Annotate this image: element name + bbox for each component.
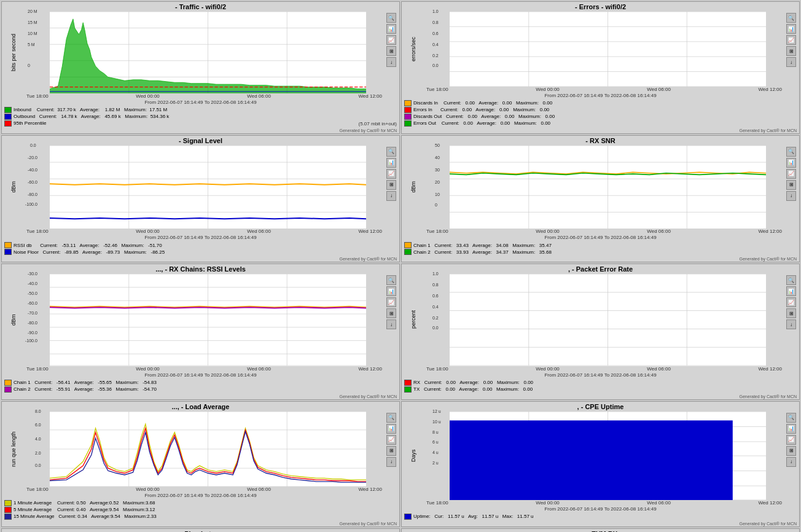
load-bar[interactable]: 📊 xyxy=(386,424,396,434)
errors-icons: 🔍 📊 📈 ⊞ ↓ xyxy=(783,12,799,87)
main-grid: - Traffic - wifi0/2 bits per second xyxy=(0,0,801,532)
tx-per-label: TX Current: 0.00 Average: 0.00 Maximum: … xyxy=(413,386,533,392)
errors-table[interactable]: ⊞ xyxy=(786,46,796,56)
per-zoom[interactable]: 🔍 xyxy=(786,275,796,285)
rxsnr-zoom[interactable]: 🔍 xyxy=(786,147,796,157)
ping-latency-title: ., - Ping Latency xyxy=(2,529,399,532)
bar-icon[interactable]: 📊 xyxy=(386,24,396,34)
rxsnr-table[interactable]: ⊞ xyxy=(786,180,796,190)
generated-load: Generated by Cacti® for MCN xyxy=(2,522,399,526)
per-legend: RX Current: 0.00 Average: 0.00 Maximum: … xyxy=(402,378,799,394)
rssi-zoom[interactable]: 🔍 xyxy=(386,275,396,285)
rxsnr-bar[interactable]: 📊 xyxy=(786,158,796,168)
rxsnr-title: - RX SNR xyxy=(402,136,799,146)
cpe-uptime-x-axis: Tue 18:00Wed 00:00Wed 06:00Wed 12:00 xyxy=(426,500,782,506)
cpe-uptime-chart: 12 u 10 u 8 u 6 u 4 u 2 u xyxy=(450,412,766,500)
chain2-rssi-color xyxy=(4,386,12,393)
errors-date-range: From 2022-06-07 16:14:49 To 2022-06-08 1… xyxy=(402,92,799,99)
signal-y-label: dBm xyxy=(2,146,25,229)
zoom-icon[interactable]: 🔍 xyxy=(386,13,396,23)
errors-y-label: errors/sec xyxy=(402,12,425,87)
rxsnr-x-axis: Tue 18:00Wed 00:00Wed 06:00Wed 12:00 xyxy=(426,229,782,234)
cpe-uptime-title: , - CPE Uptime xyxy=(402,402,799,412)
cpe-uptime-panel: , - CPE Uptime Days 12 u xyxy=(401,401,800,527)
rxsnr-legend: Chain 1 Current: 33.43 Average: 34.08 Ma… xyxy=(402,241,799,257)
rssi-label: RSSI db Current: -53.11 Average: -52.46 … xyxy=(14,243,162,248)
load-line[interactable]: 📈 xyxy=(386,435,396,445)
rssi-chains-panel: ..., - RX Chains: RSSI Levels dBm xyxy=(1,264,400,399)
load-table[interactable]: ⊞ xyxy=(386,446,396,456)
per-line[interactable]: 📈 xyxy=(786,297,796,307)
generated-signal: Generated by Cacti® for MCN xyxy=(2,257,399,262)
uptime-dl[interactable]: ↓ xyxy=(786,457,796,467)
chain2-snr-color xyxy=(404,249,412,255)
per-dl[interactable]: ↓ xyxy=(786,319,796,329)
rxsnr-dl[interactable]: ↓ xyxy=(786,191,796,201)
signal-panel: - Signal Level dBm xyxy=(1,135,400,263)
traffic-legend: Inbound Current: 317.70 k Average: 1.82 … xyxy=(2,106,399,128)
outbound-color xyxy=(4,114,12,120)
errors-line[interactable]: 📈 xyxy=(786,35,796,45)
load15-color xyxy=(4,514,12,520)
load-zoom[interactable]: 🔍 xyxy=(386,413,396,423)
uptime-table[interactable]: ⊞ xyxy=(786,446,796,456)
load1-label: 1 Minute Average Current: 0.50 Average:0… xyxy=(14,500,155,506)
line-icon[interactable]: 📈 xyxy=(386,35,396,45)
rxsnr-panel: - RX SNR dBm 50 xyxy=(401,135,800,263)
signal-date-range: From 2022-06-07 16:14:49 To 2022-06-08 1… xyxy=(2,234,399,241)
table-icon[interactable]: ⊞ xyxy=(386,46,396,56)
uptime-color xyxy=(404,514,412,520)
signal-x-axis: Tue 18:00Wed 00:00Wed 06:00Wed 12:00 xyxy=(26,229,382,234)
uptime-bar[interactable]: 📊 xyxy=(786,424,796,434)
traffic-title: - Traffic - wifi0/2 xyxy=(2,2,399,12)
rssi-table[interactable]: ⊞ xyxy=(386,308,396,318)
signal-zoom[interactable]: 🔍 xyxy=(386,147,396,157)
errors-chart: 1.0 0.8 0.6 0.4 0.2 0.0 xyxy=(450,12,766,87)
rssi-chains-chart: -30.0 -40.0 -50.0 -60.0 -70.0 -80.0 -90.… xyxy=(50,274,366,366)
chain1-snr-label: Chain 1 Current: 33.43 Average: 34.08 Ma… xyxy=(413,243,552,248)
uptime-line[interactable]: 📈 xyxy=(786,435,796,445)
signal-dl[interactable]: ↓ xyxy=(386,191,396,201)
cpe-uptime-date-range: From 2022-06-07 16:14:49 To 2022-06-08 1… xyxy=(402,506,799,512)
chain1-rssi-color xyxy=(4,380,12,386)
rxsnr-date-range: From 2022-06-07 16:14:49 To 2022-06-08 1… xyxy=(402,234,799,241)
errors-bar[interactable]: 📊 xyxy=(786,24,796,34)
download-icon[interactable]: ↓ xyxy=(386,57,396,67)
signal-table[interactable]: ⊞ xyxy=(386,180,396,190)
generated-errors: Generated by Cacti® for MCN xyxy=(402,128,799,133)
generated-traffic: Generated by Cacti® for MCN xyxy=(2,128,399,133)
errors-zoom[interactable]: 🔍 xyxy=(786,13,796,23)
per-date-range: From 2022-06-07 16:14:49 To 2022-06-08 1… xyxy=(402,372,799,378)
load5-label: 5 Minute Average Current: 0.40 Average:9… xyxy=(14,507,155,512)
evm-rx-title: , - EVM RX xyxy=(402,529,799,532)
rssi-color xyxy=(4,242,12,248)
load-dl[interactable]: ↓ xyxy=(386,457,396,467)
traffic-date-range: From 2022-06-07 16:14:49 To 2022-06-08 1… xyxy=(2,99,399,106)
rssi-line[interactable]: 📈 xyxy=(386,297,396,307)
load15-label: 15 Minute Average Current: 0.34 Average:… xyxy=(14,514,157,519)
traffic-y-label: bits per second xyxy=(2,12,25,93)
load-legend: 1 Minute Average Current: 0.50 Average:0… xyxy=(2,499,399,522)
svg-rect-77 xyxy=(450,420,733,500)
rxsnr-line[interactable]: 📈 xyxy=(786,169,796,179)
cpe-uptime-icons: 🔍 📊 📈 ⊞ ↓ xyxy=(783,412,799,500)
signal-bar[interactable]: 📊 xyxy=(386,158,396,168)
per-bar[interactable]: 📊 xyxy=(786,286,796,296)
errors-panel: - Errors - wifi0/2 errors/sec 1.0 0.8 0.… xyxy=(401,1,800,134)
per-x-axis: Tue 18:00Wed 00:00Wed 06:00Wed 12:00 xyxy=(426,366,782,372)
rssi-bar[interactable]: 📊 xyxy=(386,286,396,296)
rssi-chains-date-range: From 2022-06-07 16:14:49 To 2022-06-08 1… xyxy=(2,372,399,378)
errors-dl[interactable]: ↓ xyxy=(786,57,796,67)
rx-per-label: RX Current: 0.00 Average: 0.00 Maximum: … xyxy=(413,380,533,385)
packet-error-icons: 🔍 📊 📈 ⊞ ↓ xyxy=(783,274,799,366)
load-avg-title: ..., - Load Average xyxy=(2,402,399,412)
traffic-icons: 🔍 📊 📈 ⊞ ↓ xyxy=(383,12,399,93)
signal-line[interactable]: 📈 xyxy=(386,169,396,179)
per-table[interactable]: ⊞ xyxy=(786,308,796,318)
rssi-dl[interactable]: ↓ xyxy=(386,319,396,329)
discards-out-label: Discards Out Current: 0.00 Average: 0.00… xyxy=(413,114,555,119)
chain1-rssi-label: Chain 1 Current: -56.41 Average: -55.65 … xyxy=(14,380,157,385)
generated-uptime: Generated by Cacti® for MCN xyxy=(402,522,799,526)
noise-color xyxy=(4,249,12,255)
uptime-zoom[interactable]: 🔍 xyxy=(786,413,796,423)
